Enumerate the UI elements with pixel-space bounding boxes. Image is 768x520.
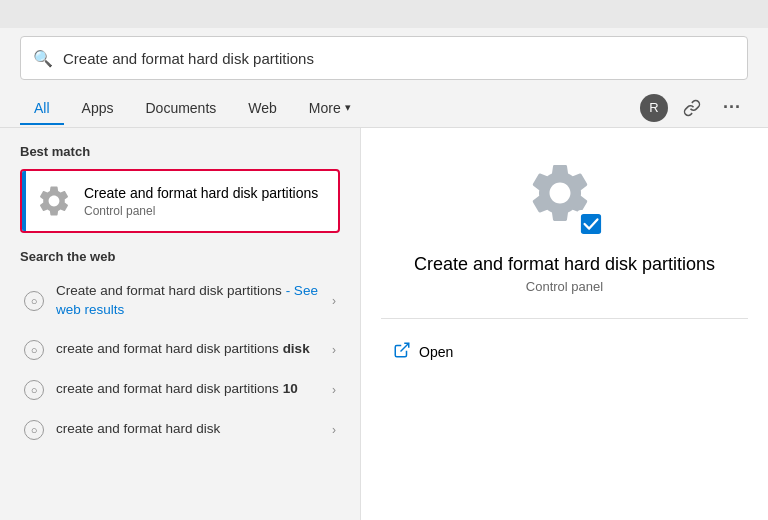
tab-web[interactable]: Web [234, 92, 291, 124]
app-icon-large [525, 158, 605, 238]
external-link-icon [393, 341, 411, 363]
connect-icon-button[interactable] [676, 92, 708, 124]
web-search-label: Search the web [20, 249, 340, 264]
open-label: Open [419, 344, 453, 360]
web-result-item[interactable]: ○ create and format hard disk › [20, 410, 340, 450]
tabs-row: All Apps Documents Web More ▾ R ··· [0, 88, 768, 128]
search-bar[interactable]: 🔍 Create and format hard disk partitions [20, 36, 748, 80]
main-content: Best match Create and format hard disk p… [0, 128, 768, 520]
search-query-text: Create and format hard disk partitions [63, 50, 735, 67]
avatar-button[interactable]: R [640, 94, 668, 122]
right-panel-app-subtitle: Control panel [526, 279, 603, 294]
app-icon-small [36, 183, 72, 219]
tab-all[interactable]: All [20, 92, 64, 124]
web-result-item[interactable]: ○ Create and format hard disk partitions… [20, 272, 340, 330]
open-button[interactable]: Open [389, 335, 756, 369]
tabs-right-actions: R ··· [640, 92, 748, 124]
chevron-right-icon-2: › [332, 343, 336, 357]
search-icon: 🔍 [33, 49, 53, 68]
best-match-text: Create and format hard disk partitions C… [84, 184, 318, 218]
web-search-icon: ○ [24, 291, 44, 311]
tab-more[interactable]: More ▾ [295, 92, 365, 124]
web-search-icon-2: ○ [24, 340, 44, 360]
web-result-item[interactable]: ○ create and format hard disk partitions… [20, 370, 340, 410]
chevron-down-icon: ▾ [345, 101, 351, 114]
chevron-right-icon-3: › [332, 383, 336, 397]
divider [381, 318, 748, 319]
svg-line-1 [401, 343, 409, 351]
web-search-icon-3: ○ [24, 380, 44, 400]
tab-documents[interactable]: Documents [131, 92, 230, 124]
left-panel: Best match Create and format hard disk p… [0, 128, 360, 520]
right-panel-app-title: Create and format hard disk partitions [414, 254, 715, 275]
chevron-right-icon-1: › [332, 294, 336, 308]
web-result-text-4: create and format hard disk [56, 420, 324, 439]
web-result-text-3: create and format hard disk partitions 1… [56, 380, 324, 399]
right-panel: Create and format hard disk partitions C… [360, 128, 768, 520]
ellipsis-icon: ··· [723, 97, 741, 118]
web-result-item[interactable]: ○ create and format hard disk partitions… [20, 330, 340, 370]
best-match-item[interactable]: Create and format hard disk partitions C… [20, 169, 340, 233]
check-badge [577, 210, 605, 238]
chevron-right-icon-4: › [332, 423, 336, 437]
more-options-button[interactable]: ··· [716, 92, 748, 124]
best-match-label: Best match [20, 144, 340, 159]
title-bar [0, 0, 768, 28]
web-result-text-2: create and format hard disk partitions d… [56, 340, 324, 359]
web-result-text-1: Create and format hard disk partitions -… [56, 282, 324, 320]
web-search-icon-4: ○ [24, 420, 44, 440]
tab-apps[interactable]: Apps [68, 92, 128, 124]
